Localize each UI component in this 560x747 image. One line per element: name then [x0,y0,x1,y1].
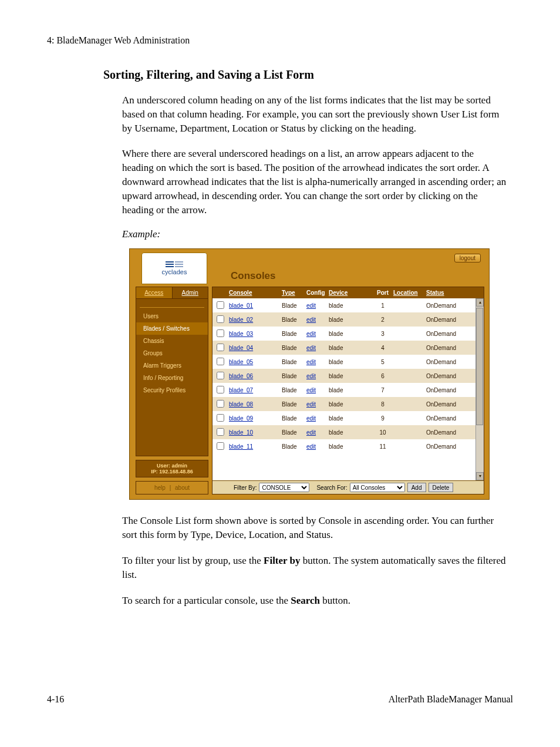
tab-access[interactable]: Access [136,287,172,298]
cell-device: blade [329,429,372,436]
cell-device: blade [329,331,372,337]
edit-link[interactable]: edit [306,331,316,337]
edit-link[interactable]: edit [306,317,316,323]
console-link[interactable]: blade_05 [229,359,253,365]
add-button[interactable]: Add [407,483,426,492]
edit-link[interactable]: edit [306,373,316,379]
nav-groups[interactable]: Groups [136,347,208,359]
table-row: blade_11Bladeeditblade11OnDemand [212,439,484,453]
nav-alarm-triggers[interactable]: Alarm Triggers [136,359,208,372]
nav-security-profiles[interactable]: Security Profiles [136,384,208,396]
col-type[interactable]: Type [282,290,295,296]
console-link[interactable]: blade_10 [229,429,253,436]
help-link[interactable]: help [154,484,166,491]
cell-status: OnDemand [426,359,461,365]
cell-port: 10 [372,429,393,436]
edit-link[interactable]: edit [306,359,316,365]
paragraph-3: The Console List form shown above is sor… [122,514,507,542]
console-link[interactable]: blade_11 [229,443,253,450]
scroll-up-icon[interactable]: ▴ [476,298,484,307]
cell-device: blade [329,387,372,393]
row-checkbox[interactable] [217,400,224,408]
filter-by-select[interactable]: CONSOLE [259,483,309,492]
cell-type: Blade [282,429,306,436]
row-checkbox[interactable] [217,358,224,365]
console-link[interactable]: blade_01 [229,302,253,309]
console-link[interactable]: blade_03 [229,331,253,337]
cell-status: OnDemand [426,429,461,436]
edit-link[interactable]: edit [306,302,316,309]
table-row: blade_09Bladeeditblade9OnDemand [212,411,484,425]
table-row: blade_04Bladeeditblade4OnDemand [212,341,484,355]
console-link[interactable]: blade_09 [229,415,253,422]
col-location[interactable]: Location [393,290,418,296]
vertical-scrollbar[interactable]: ▴ ▾ [475,298,484,480]
cell-type: Blade [282,317,306,323]
row-checkbox[interactable] [217,329,224,337]
edit-link[interactable]: edit [306,429,316,436]
user-line-2: IP: 192.168.48.86 [137,469,207,475]
console-link[interactable]: blade_04 [229,345,253,351]
cell-device: blade [329,317,372,323]
edit-link[interactable]: edit [306,387,316,393]
cell-type: Blade [282,359,306,365]
cell-device: blade [329,302,372,309]
row-checkbox[interactable] [217,344,224,351]
cell-type: Blade [282,345,306,351]
console-link[interactable]: blade_07 [229,387,253,393]
cell-status: OnDemand [426,443,461,450]
cell-device: blade [329,415,372,422]
cell-type: Blade [282,443,306,450]
about-link[interactable]: about [175,484,190,491]
col-port: Port [372,290,393,296]
table-row: blade_08Bladeeditblade8OnDemand [212,397,484,411]
cell-port: 9 [372,415,393,422]
scroll-down-icon[interactable]: ▾ [476,472,484,480]
logout-button[interactable]: logout [454,254,481,263]
cell-port: 6 [372,373,393,379]
row-checkbox[interactable] [217,386,224,393]
tab-admin[interactable]: Admin [172,287,209,298]
edit-link[interactable]: edit [306,345,316,351]
console-link[interactable]: blade_08 [229,401,253,408]
row-checkbox[interactable] [217,414,224,422]
cell-status: OnDemand [426,345,461,351]
row-checkbox[interactable] [217,428,224,436]
row-checkbox[interactable] [217,301,224,309]
console-link[interactable]: blade_06 [229,373,253,379]
grid-body: ▴ ▾ blade_01Bladeeditblade1OnDemandblade… [212,298,484,480]
delete-button[interactable]: Delete [429,483,454,492]
cell-device: blade [329,401,372,408]
nav-users[interactable]: Users [136,310,208,322]
nav-chassis[interactable]: Chassis [136,335,208,347]
console-link[interactable]: blade_02 [229,317,253,323]
row-checkbox[interactable] [217,315,224,323]
brand-logo: cyclades [141,253,207,284]
cell-device: blade [329,359,372,365]
row-checkbox[interactable] [217,442,224,450]
row-checkbox[interactable] [217,372,224,379]
table-row: blade_07Bladeeditblade7OnDemand [212,383,484,397]
scroll-thumb[interactable] [476,308,483,425]
col-console[interactable]: Console [229,290,252,296]
user-line-1: User: admin [137,463,207,469]
page-title: Consoles [231,270,276,282]
app-screenshot: logout cyclades Consoles Access Admin [129,248,490,500]
table-row: blade_01Bladeeditblade1OnDemand [212,298,484,312]
cell-port: 4 [372,345,393,351]
edit-link[interactable]: edit [306,401,316,408]
user-info-box: User: admin IP: 192.168.48.86 [136,460,208,477]
col-status[interactable]: Status [426,290,444,296]
edit-link[interactable]: edit [306,415,316,422]
cell-port: 11 [372,443,393,450]
cell-device: blade [329,345,372,351]
col-device[interactable]: Device [329,290,348,296]
search-for-select[interactable]: All Consoles [350,483,405,492]
table-row: blade_06Bladeeditblade6OnDemand [212,369,484,383]
nav-info-reporting[interactable]: Info / Reporting [136,372,208,384]
edit-link[interactable]: edit [306,443,316,450]
cell-port: 3 [372,331,393,337]
table-row: blade_02Bladeeditblade2OnDemand [212,312,484,327]
nav-blades-switches[interactable]: Blades / Switches [136,322,208,335]
logo-icon [166,261,183,267]
